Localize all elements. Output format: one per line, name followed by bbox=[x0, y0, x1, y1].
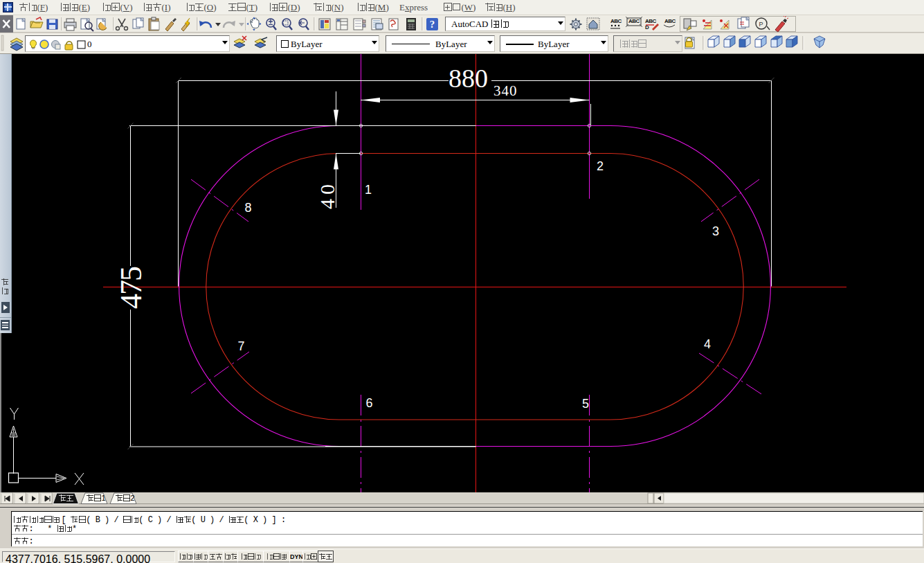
svg-text:8: 8 bbox=[245, 201, 252, 215]
svg-text:6: 6 bbox=[366, 396, 373, 410]
svg-text:ABC: ABC bbox=[628, 18, 640, 24]
svg-text:475: 475 bbox=[114, 267, 148, 309]
svg-text:2: 2 bbox=[597, 159, 604, 173]
svg-text:ABC: ABC bbox=[664, 18, 676, 24]
svg-text:?: ? bbox=[430, 19, 435, 30]
svg-text:1: 1 bbox=[365, 183, 372, 197]
svg-text:5: 5 bbox=[582, 397, 589, 411]
svg-text:P: P bbox=[759, 21, 763, 28]
svg-text:ABC: ABC bbox=[610, 18, 622, 24]
svg-text:340: 340 bbox=[493, 82, 518, 99]
svg-text:3: 3 bbox=[712, 224, 719, 238]
svg-text:7: 7 bbox=[238, 339, 245, 353]
svg-text:880: 880 bbox=[449, 64, 488, 93]
svg-text:ABC: ABC bbox=[645, 18, 657, 24]
svg-text:4: 4 bbox=[704, 337, 711, 351]
svg-text:40: 40 bbox=[316, 180, 338, 209]
